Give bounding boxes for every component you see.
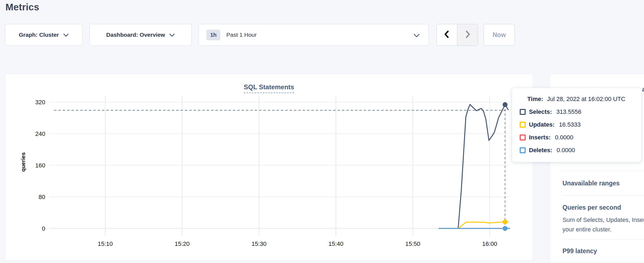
updates-legend-swatch [520,122,526,128]
chevron-left-icon [444,30,450,40]
sidebar-heading-queries-per-second: Queries per second [562,204,644,211]
tooltip-updates-label: Updates: [529,121,555,128]
tooltip-selects-value: 313.5556 [556,108,581,115]
tooltip-inserts-label: Inserts: [529,134,550,141]
metrics-page: Metrics Graph: Cluster Dashboard: Overvi… [0,0,644,263]
tooltip-updates-value: 16.5333 [559,121,581,128]
graph-scope-dropdown-label: Graph: Cluster [19,32,59,38]
chevron-down-icon [414,33,420,38]
sidebar-heading-p99-latency: P99 latency [562,247,644,255]
selects-legend-swatch [520,109,526,115]
divider [562,239,644,240]
tooltip-deletes-label: Deletes: [529,147,552,154]
sql-statements-chart-card[interactable]: SQL Statements [5,74,533,261]
time-range-badge: 1h [206,30,220,40]
chart-hover-tooltip: Time: Jul 28, 2022 at 16:02:00 UTC Selec… [512,88,642,162]
tooltip-time-label: Time: [527,96,543,103]
time-range-selector[interactable]: 1h Past 1 Hour [198,24,429,46]
time-step-back-button[interactable] [437,24,457,45]
sidebar-heading-unavailable-ranges: Unavailable ranges [562,180,644,187]
tooltip-deletes-value: 0.0000 [557,147,575,154]
time-range-label: Past 1 Hour [226,32,257,38]
chevron-down-icon [169,32,175,38]
tooltip-selects-label: Selects: [529,108,552,115]
chart-title[interactable]: SQL Statements [244,83,294,93]
time-step-forward-button[interactable] [457,24,478,45]
time-step-button-group [437,24,478,46]
sidebar-clipped-heading: a [642,85,644,93]
sidebar-body-queries-per-second: Sum of Selects, Updates, Inserts and Del… [562,215,644,234]
tooltip-time-value: Jul 28, 2022 at 16:02:00 UTC [547,96,625,103]
graph-scope-dropdown[interactable]: Graph: Cluster [5,24,83,46]
dashboard-dropdown-label: Dashboard: Overview [106,32,165,38]
deletes-legend-swatch [520,147,526,153]
chevron-down-icon [63,32,69,38]
dashboard-dropdown[interactable]: Dashboard: Overview [89,24,192,46]
divider [562,195,644,196]
divider [562,171,644,171]
tooltip-inserts-value: 0.0000 [555,134,573,141]
now-button[interactable]: Now [484,24,515,46]
inserts-legend-swatch [520,134,526,140]
chevron-right-icon [464,30,471,40]
page-title: Metrics [5,2,39,13]
